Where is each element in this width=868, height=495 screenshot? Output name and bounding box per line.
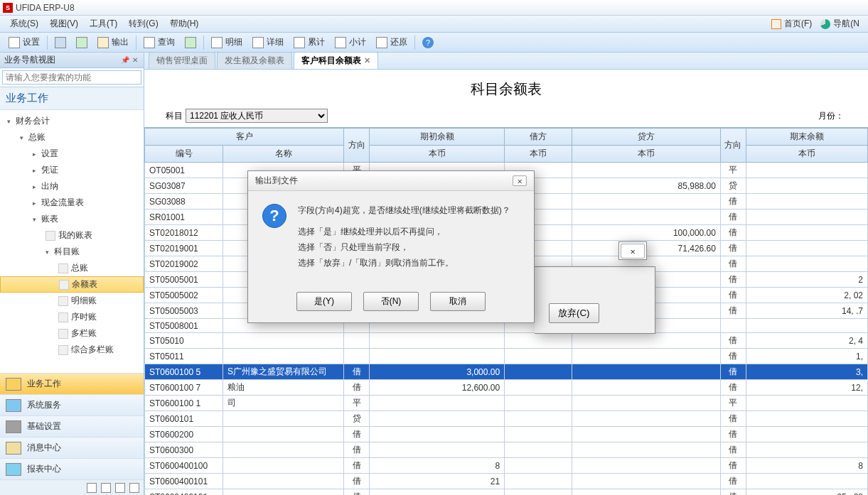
table-row[interactable]: ST0600100 5S广州豫之盛贸易有限公司借3,000.00借3, bbox=[145, 364, 868, 380]
status-icon-4[interactable] bbox=[129, 483, 139, 493]
nav-message[interactable]: 消息中心 bbox=[0, 437, 144, 458]
table-row[interactable]: ST0600100 1 司平平 bbox=[145, 396, 868, 411]
menu-goto[interactable]: 转到(G) bbox=[123, 16, 164, 31]
sum-icon bbox=[294, 37, 305, 48]
close-panel-icon[interactable]: ✕ bbox=[131, 56, 139, 65]
col-customer[interactable]: 客户 bbox=[145, 129, 344, 146]
subject-select[interactable]: 112201 应收人民币 bbox=[186, 109, 328, 123]
menu-view[interactable]: 视图(V) bbox=[44, 16, 84, 31]
menu-help[interactable]: 帮助(H) bbox=[164, 16, 205, 31]
sidebar-section-title: 业务工作 bbox=[0, 87, 144, 110]
tool-blue[interactable] bbox=[50, 36, 70, 50]
tool-query[interactable]: 查询 bbox=[139, 35, 179, 50]
col-opening[interactable]: 期初余额 bbox=[370, 129, 505, 146]
tab-sales[interactable]: 销售管理桌面 bbox=[149, 53, 215, 69]
abandon-button[interactable]: 放弃(C) bbox=[549, 303, 599, 323]
close-icon[interactable]: ✕ bbox=[364, 56, 370, 65]
tool-subtotal[interactable]: 小计 bbox=[331, 35, 370, 50]
mail-icon bbox=[6, 442, 21, 455]
nav-tree: ▾财务会计 ▾总账 ▸设置 ▸凭证 ▸出纳 ▸现金流量表 ▾账表 我的账表 ▾科… bbox=[0, 110, 144, 373]
nav-service[interactable]: 系统服务 bbox=[0, 394, 144, 415]
tree-zongzhang2[interactable]: 总账 bbox=[0, 260, 144, 276]
col-closing-local[interactable]: 本币 bbox=[746, 146, 867, 163]
tool-green[interactable] bbox=[72, 36, 92, 50]
search-input[interactable] bbox=[2, 70, 141, 85]
table-row[interactable]: ST0600101贷借 bbox=[145, 411, 868, 427]
nav-report[interactable]: 报表中心 bbox=[0, 458, 144, 479]
col-debit-local[interactable]: 本币 bbox=[505, 146, 572, 163]
col-credit-local[interactable]: 本币 bbox=[572, 146, 720, 163]
report-icon bbox=[59, 280, 69, 290]
col-debit[interactable]: 借方 bbox=[505, 129, 572, 146]
filter-row: 科目 112201 应收人民币 月份： bbox=[144, 106, 868, 126]
nav-link[interactable]: 导航(N bbox=[816, 18, 864, 30]
tree-xushi[interactable]: 序时账 bbox=[0, 309, 144, 325]
table-row[interactable]: ST0600400101借21借 bbox=[145, 474, 868, 489]
tool-detail[interactable]: 明细 bbox=[207, 35, 247, 50]
tool-detailed[interactable]: 详细 bbox=[248, 35, 288, 50]
tree-zhangbiao[interactable]: ▾账表 bbox=[0, 211, 144, 227]
status-icon-3[interactable] bbox=[115, 483, 125, 493]
table-row[interactable]: ST0600400100借8借8 bbox=[145, 458, 868, 474]
tool-output[interactable]: 输出 bbox=[93, 35, 133, 50]
tree-mingxi[interactable]: 明细账 bbox=[0, 293, 144, 309]
tree-kemuzhang[interactable]: ▾科目账 bbox=[0, 244, 144, 260]
tree-zongzhang[interactable]: ▾总账 bbox=[0, 129, 144, 146]
tree-pingzheng[interactable]: ▸凭证 bbox=[0, 162, 144, 178]
tree-chuna[interactable]: ▸出纳 bbox=[0, 178, 144, 195]
home-icon bbox=[771, 19, 781, 29]
dialog-close-icon[interactable]: ⨉ bbox=[513, 175, 527, 186]
col-name[interactable]: 名称 bbox=[223, 146, 344, 163]
tool-restore[interactable]: 还原 bbox=[372, 35, 412, 50]
cancel-button[interactable]: 取消 bbox=[430, 292, 486, 311]
search-icon bbox=[144, 37, 155, 48]
tree-zonghe[interactable]: 综合多栏账 bbox=[0, 342, 144, 358]
col-credit[interactable]: 贷方 bbox=[572, 129, 720, 146]
table-row[interactable]: ST0600200借借 bbox=[145, 427, 868, 442]
col-opening-local[interactable]: 本币 bbox=[370, 146, 505, 163]
no-button[interactable]: 否(N) bbox=[363, 292, 419, 311]
status-icon-1[interactable] bbox=[87, 483, 97, 493]
tree-caikuai[interactable]: ▾财务会计 bbox=[0, 113, 144, 129]
tree-duolan[interactable]: 多栏账 bbox=[0, 325, 144, 342]
subject-label: 科目 bbox=[166, 110, 183, 122]
table-row[interactable]: ST0600400101借借25, .00 bbox=[145, 489, 868, 496]
tab-balance[interactable]: 发生额及余额表 bbox=[217, 53, 292, 69]
table-row[interactable]: ST0600100 7 粮油借12,600.00借12, bbox=[145, 380, 868, 396]
tool-settings[interactable]: 设置 bbox=[4, 35, 44, 50]
settings-icon bbox=[6, 420, 21, 433]
tool-refresh[interactable] bbox=[181, 36, 200, 50]
col-code[interactable]: 编号 bbox=[145, 146, 223, 163]
table-row[interactable]: ST0600300借借 bbox=[145, 442, 868, 458]
nav-basic[interactable]: 基础设置 bbox=[0, 415, 144, 437]
yes-button[interactable]: 是(Y) bbox=[296, 292, 352, 311]
tree-xianjin[interactable]: ▸现金流量表 bbox=[0, 195, 144, 211]
report-icon bbox=[58, 329, 68, 339]
menu-tools[interactable]: 工具(T) bbox=[84, 16, 123, 31]
pin-icon[interactable]: 📌 bbox=[121, 56, 129, 65]
tab-customer-balance[interactable]: 客户科目余额表✕ bbox=[294, 53, 378, 69]
report-center-icon bbox=[6, 463, 21, 476]
tool-sum[interactable]: 累计 bbox=[289, 35, 329, 50]
gear-icon bbox=[6, 399, 21, 412]
tree-yuebiao[interactable]: 余额表 bbox=[0, 276, 144, 293]
dialog-titlebar[interactable]: 输出到文件 ⨉ bbox=[248, 171, 534, 191]
toolbar: 设置 输出 查询 明细 详细 累计 小计 还原 ? bbox=[0, 33, 868, 53]
tree-shezhi[interactable]: ▸设置 bbox=[0, 146, 144, 162]
nav-work[interactable]: 业务工作 bbox=[0, 373, 144, 394]
table-row[interactable]: ST05011借1, bbox=[145, 349, 868, 364]
menu-system[interactable]: 系统(S) bbox=[4, 16, 44, 31]
col-closing[interactable]: 期末余额 bbox=[746, 129, 867, 146]
report-icon bbox=[58, 312, 68, 322]
close-small-icon[interactable]: ⨉ bbox=[621, 244, 645, 259]
home-link[interactable]: 首页(F) bbox=[767, 18, 816, 30]
report-icon bbox=[58, 263, 68, 273]
status-icon-2[interactable] bbox=[101, 483, 111, 493]
tool-help[interactable]: ? bbox=[418, 36, 438, 50]
table-row[interactable]: ST05010借2, 4 bbox=[145, 333, 868, 349]
tree-wodezhang[interactable]: 我的账表 bbox=[0, 227, 144, 244]
col-dir2[interactable]: 方向 bbox=[720, 129, 746, 163]
col-dir[interactable]: 方向 bbox=[344, 129, 370, 163]
nav-buttons: 业务工作 系统服务 基础设置 消息中心 报表中心 bbox=[0, 373, 144, 479]
tab-bar: 销售管理桌面 发生额及余额表 客户科目余额表✕ bbox=[144, 53, 868, 70]
